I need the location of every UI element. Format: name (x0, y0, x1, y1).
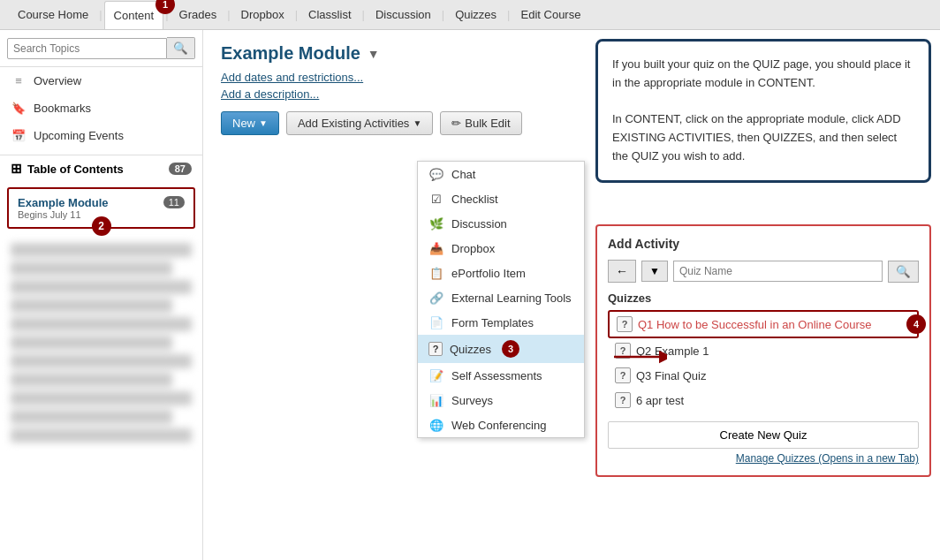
add-activity-title: Add Activity (608, 237, 919, 251)
top-nav: Course Home | Content 1 | Grades | Dropb… (0, 0, 940, 30)
eportfolio-icon: 📋 (428, 266, 444, 280)
q4-icon: ? (615, 392, 631, 408)
sidebar-item-bookmarks[interactable]: 🔖 Bookmarks (0, 95, 202, 122)
sidebar-toc[interactable]: ⊞ Table of Contents 87 (0, 155, 202, 182)
chat-icon: 💬 (428, 167, 444, 181)
nav-grades[interactable]: Grades (171, 1, 226, 28)
dropdown-form[interactable]: 📄 Form Templates (418, 310, 584, 335)
create-new-quiz-button[interactable]: Create New Quiz (608, 421, 919, 449)
q1-icon: ? (617, 316, 633, 332)
dropdown-self[interactable]: 📝 Self Assessments (418, 363, 584, 388)
dropdown-chat[interactable]: 💬 Chat (418, 162, 584, 186)
dropdown-checklist[interactable]: ☑ Checklist (418, 186, 584, 211)
nav-course-home[interactable]: Course Home (9, 1, 97, 28)
module-badge: 11 (163, 196, 185, 208)
manage-quizzes-link[interactable]: Manage Quizzes (Opens in a new Tab) (608, 452, 919, 465)
quiz-item-4[interactable]: ? 6 apr test (608, 388, 919, 412)
dropdown-surveys[interactable]: 📊 Surveys (418, 388, 584, 412)
content-area: Example Module ▼ Add dates and restricti… (203, 30, 940, 560)
dropdown-eportfolio[interactable]: 📋 ePortfolio Item (418, 261, 584, 285)
nav-dropbox[interactable]: Dropbox (232, 1, 293, 28)
q4-label: 6 apr test (636, 394, 684, 407)
survey-icon: 📊 (428, 393, 444, 407)
back-button[interactable]: ← (608, 260, 636, 283)
info-box: If you built your quiz on the QUIZ page,… (595, 39, 931, 183)
dropdown-dropbox[interactable]: 📥 Dropbox (418, 236, 584, 261)
toc-label: Table of Contents (27, 163, 124, 176)
pencil-icon: ✏ (451, 117, 461, 130)
module-dropdown-icon[interactable]: ▼ (368, 47, 380, 61)
new-button[interactable]: New ▼ (221, 111, 279, 135)
bulk-edit-button[interactable]: ✏ Bulk Edit (440, 111, 521, 135)
quizzes-section-title: Quizzes (608, 291, 919, 305)
sidebar: 🔍 ≡ Overview 🔖 Bookmarks 📅 Upcoming Even… (0, 30, 203, 560)
quiz-icon: ? (428, 342, 443, 356)
info-text-1: If you built your quiz on the QUIZ page,… (612, 56, 914, 93)
add-existing-button[interactable]: Add Existing Activities ▼ (286, 111, 433, 135)
sidebar-item-overview[interactable]: ≡ Overview (0, 67, 202, 95)
down-button[interactable]: ▼ (641, 261, 668, 282)
q3-icon: ? (615, 367, 631, 383)
quiz-item-1[interactable]: ? Q1 How to be Successful in an Online C… (608, 310, 919, 338)
annotation-4: 4 (906, 314, 926, 334)
external-icon: 🔗 (428, 291, 444, 305)
q3-label: Q3 Final Quiz (636, 369, 706, 382)
dropbox-icon: 📥 (428, 241, 444, 255)
quiz-search-input[interactable] (673, 261, 883, 282)
bookmark-icon: 🔖 (11, 102, 27, 115)
annotation-3: 3 (502, 340, 519, 358)
self-icon: 📝 (428, 368, 444, 382)
nav-quizzes[interactable]: Quizzes (446, 1, 505, 28)
info-text-2: In CONTENT, click on the appropriate mod… (612, 110, 914, 165)
search-area: 🔍 (0, 30, 202, 67)
search-button[interactable]: 🔍 (167, 37, 195, 59)
dropdown-external[interactable]: 🔗 External Learning Tools (418, 285, 584, 310)
blurred-sidebar (0, 243, 202, 443)
dropdown-quizzes[interactable]: ? Quizzes 3 (418, 335, 584, 363)
nav-classlist[interactable]: Classlist (299, 1, 360, 28)
calendar-icon: 📅 (11, 129, 27, 142)
form-icon: 📄 (428, 315, 444, 329)
dropdown-discussion[interactable]: 🌿 Discussion (418, 211, 584, 236)
search-input[interactable] (7, 38, 167, 59)
overview-icon: ≡ (11, 74, 27, 87)
new-dropdown-arrow: ▼ (259, 118, 268, 128)
sidebar-item-upcoming-events[interactable]: 📅 Upcoming Events (0, 122, 202, 149)
toc-badge: 87 (169, 163, 192, 175)
checklist-icon: ☑ (428, 192, 444, 206)
arrow-annotation (614, 348, 667, 368)
annotation-2: 2 (92, 216, 111, 236)
module-name: Example Module (18, 196, 185, 209)
dropdown-web[interactable]: 🌐 Web Conferencing (418, 412, 584, 437)
discussion-icon: 🌿 (428, 216, 444, 231)
nav-edit-course[interactable]: Edit Course (512, 1, 590, 28)
nav-discussion[interactable]: Discussion (367, 1, 440, 28)
q1-label: Q1 How to be Successful in an Online Cou… (638, 318, 871, 331)
example-module-item[interactable]: 11 Example Module Begins July 11 2 (7, 187, 195, 229)
dropdown-menu: 💬 Chat ☑ Checklist 🌿 Discussion 📥 Dropbo… (417, 161, 585, 438)
add-existing-arrow: ▼ (413, 118, 421, 128)
quiz-search-button[interactable]: 🔍 (888, 261, 919, 283)
activity-toolbar: ← ▼ 🔍 (608, 260, 919, 283)
nav-content[interactable]: Content 1 (104, 1, 164, 29)
toc-icon: ⊞ (11, 161, 22, 177)
web-icon: 🌐 (428, 418, 444, 432)
